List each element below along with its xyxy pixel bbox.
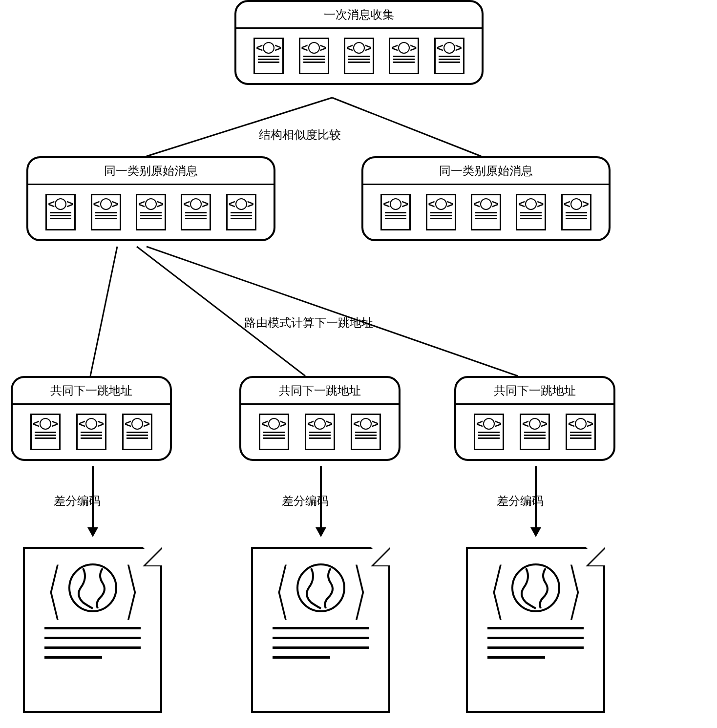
- output-doc-2: 〈 〉: [251, 547, 390, 713]
- svg-line-1: [332, 98, 481, 156]
- doc-icon: <>: [566, 414, 596, 450]
- doc-icon: <>: [181, 194, 211, 230]
- globe-icon: [296, 563, 345, 612]
- edge-similarity-label: 结构相似度比较: [259, 127, 341, 143]
- node-root-icons: <> <> <> <> <>: [236, 29, 482, 83]
- svg-line-4: [147, 247, 518, 376]
- doc-icon: <>: [426, 194, 456, 230]
- doc-icon: <>: [380, 194, 411, 230]
- svg-line-3: [137, 247, 305, 376]
- node-hop1-title: 共同下一跳地址: [13, 378, 170, 405]
- doc-icon: <>: [520, 414, 550, 450]
- doc-icon: <>: [45, 194, 76, 230]
- doc-icon: <>: [344, 38, 374, 74]
- node-root-title: 一次消息收集: [236, 2, 482, 29]
- doc-icon: <>: [299, 38, 329, 74]
- node-root: 一次消息收集 <> <> <> <> <>: [234, 0, 484, 85]
- output-doc-3: 〈 〉: [466, 547, 605, 713]
- node-hop2-icons: <> <> <>: [241, 405, 399, 459]
- doc-icon: <>: [253, 38, 284, 74]
- node-hop3: 共同下一跳地址 <> <> <>: [454, 376, 615, 461]
- edge-routing-label: 路由模式计算下一跳地址: [244, 315, 373, 331]
- node-hop1-icons: <> <> <>: [13, 405, 170, 459]
- svg-marker-8: [316, 527, 326, 537]
- node-hop2: 共同下一跳地址 <> <> <>: [239, 376, 401, 461]
- doc-icon: <>: [30, 414, 61, 450]
- doc-icon: <>: [351, 414, 381, 450]
- node-hop2-title: 共同下一跳地址: [241, 378, 399, 405]
- doc-icon: <>: [136, 194, 166, 230]
- edge-diff1-label: 差分编码: [54, 493, 101, 509]
- doc-icon: <>: [91, 194, 121, 230]
- doc-icon: <>: [305, 414, 335, 450]
- edge-diff2-label: 差分编码: [282, 493, 329, 509]
- svg-marker-6: [87, 527, 98, 537]
- node-class-left-icons: <> <> <> <> <>: [28, 185, 274, 239]
- doc-icon: <>: [389, 38, 419, 74]
- node-hop1: 共同下一跳地址 <> <> <>: [11, 376, 172, 461]
- doc-icon: <>: [76, 414, 106, 450]
- node-class-right: 同一类别原始消息 <> <> <> <> <>: [361, 156, 611, 241]
- doc-icon: <>: [471, 194, 501, 230]
- node-class-right-title: 同一类别原始消息: [363, 158, 609, 185]
- globe-icon: [68, 563, 117, 612]
- doc-icon: <>: [226, 194, 256, 230]
- edge-diff3-label: 差分编码: [497, 493, 544, 509]
- doc-icon: <>: [561, 194, 591, 230]
- node-hop3-icons: <> <> <>: [456, 405, 613, 459]
- node-class-right-icons: <> <> <> <> <>: [363, 185, 609, 239]
- doc-icon: <>: [122, 414, 152, 450]
- doc-icon: <>: [474, 414, 504, 450]
- doc-icon: <>: [434, 38, 464, 74]
- node-hop3-title: 共同下一跳地址: [456, 378, 613, 405]
- svg-line-2: [90, 247, 117, 376]
- doc-icon: <>: [259, 414, 289, 450]
- node-class-left: 同一类别原始消息 <> <> <> <> <>: [26, 156, 275, 241]
- svg-marker-10: [530, 527, 541, 537]
- doc-icon: <>: [516, 194, 546, 230]
- node-class-left-title: 同一类别原始消息: [28, 158, 274, 185]
- output-doc-1: 〈 〉: [23, 547, 162, 713]
- globe-icon: [511, 563, 560, 612]
